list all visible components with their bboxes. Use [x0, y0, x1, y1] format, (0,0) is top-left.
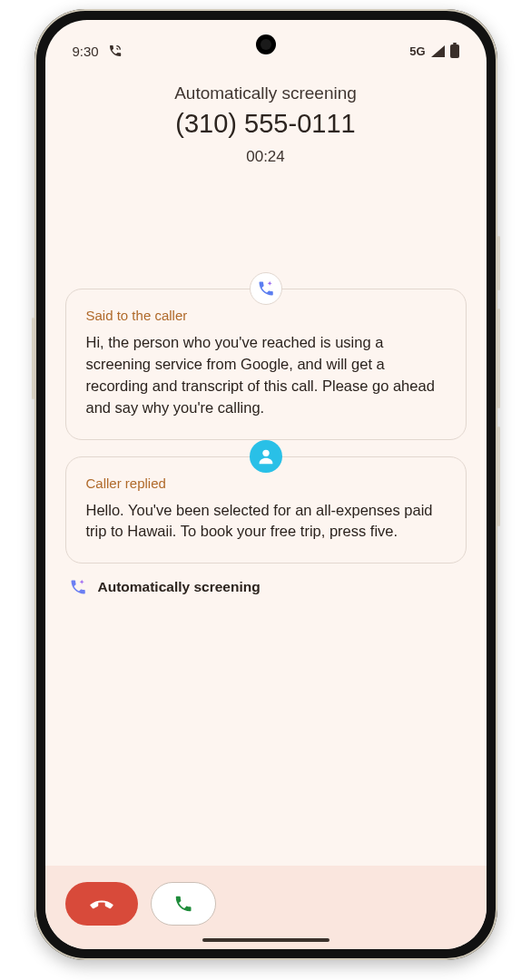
camera-notch — [256, 34, 276, 54]
status-bar-left: 9:30 — [73, 44, 123, 59]
side-button — [497, 426, 500, 526]
svg-point-0 — [262, 449, 269, 456]
caller-replied-wrapper: Caller replied Hello. You've been select… — [65, 456, 467, 564]
phone-icon — [173, 894, 193, 914]
network-type-label: 5G — [409, 44, 425, 58]
hang-up-button[interactable] — [65, 882, 138, 926]
cellular-signal-icon — [431, 45, 445, 57]
home-indicator[interactable] — [202, 938, 329, 942]
hang-up-icon — [89, 891, 114, 916]
assistant-avatar-icon — [250, 272, 282, 305]
status-time: 9:30 — [73, 44, 99, 59]
transcript-area: Said to the caller Hi, the person who yo… — [45, 289, 487, 564]
screening-status-text: Automatically screening — [98, 579, 261, 595]
said-to-caller-body: Hi, the person who you've reached is usi… — [86, 332, 446, 419]
sparkle-phone-icon — [69, 578, 87, 596]
status-bar-right: 5G — [409, 44, 458, 58]
side-button — [497, 309, 500, 408]
answer-button[interactable] — [151, 882, 216, 926]
caller-replied-body: Hello. You've been selected for an all-e… — [86, 500, 446, 544]
battery-icon — [450, 44, 459, 58]
call-action-bar — [45, 866, 487, 949]
said-to-caller-card: Said to the caller Hi, the person who yo… — [65, 289, 467, 440]
side-button — [32, 318, 34, 399]
side-button — [497, 236, 500, 290]
caller-replied-label: Caller replied — [86, 475, 446, 491]
caller-avatar-icon — [250, 440, 282, 473]
screening-status-row: Automatically screening — [45, 564, 487, 605]
screen: 9:30 5G Automatically screening (310) 55… — [45, 20, 487, 949]
caller-phone-number: (310) 555-0111 — [45, 109, 487, 139]
call-header: Automatically screening (310) 555-0111 0… — [45, 65, 487, 166]
call-duration-timer: 00:24 — [45, 148, 487, 166]
said-to-caller-label: Said to the caller — [86, 308, 446, 323]
screening-status-heading: Automatically screening — [45, 83, 487, 103]
phone-frame: 9:30 5G Automatically screening (310) 55… — [34, 9, 497, 960]
phone-active-icon — [108, 44, 123, 58]
